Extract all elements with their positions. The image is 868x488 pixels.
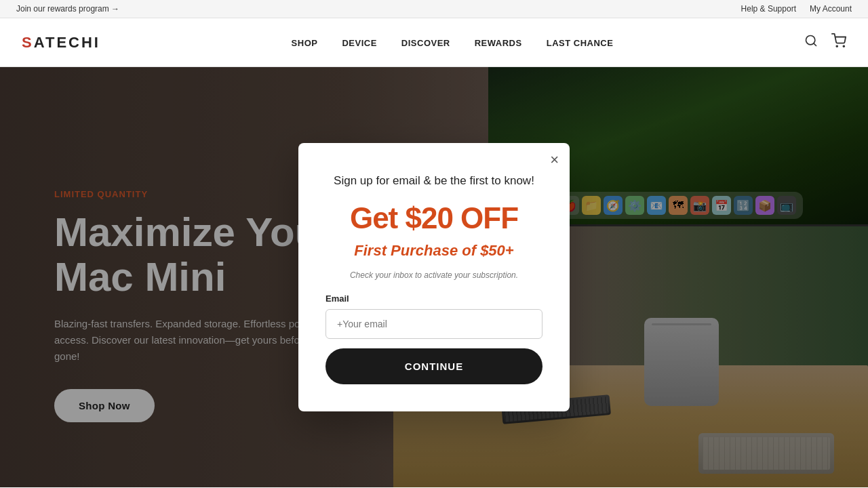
rewards-link[interactable]: Join our rewards program → bbox=[16, 4, 119, 14]
svg-point-3 bbox=[843, 45, 844, 47]
continue-button[interactable]: CONTINUE bbox=[326, 348, 542, 384]
navbar: SATECHI SHOP DEVICE DISCOVER REWARDS LAS… bbox=[0, 18, 868, 67]
cart-icon[interactable] bbox=[831, 33, 846, 52]
top-bar-right: Help & Support My Account bbox=[741, 4, 852, 14]
nav-link-shop[interactable]: SHOP bbox=[292, 38, 318, 48]
logo[interactable]: SATECHI bbox=[22, 34, 100, 52]
modal-close-button[interactable]: × bbox=[550, 152, 559, 167]
email-signup-modal: × Sign up for email & be the first to kn… bbox=[298, 143, 570, 411]
svg-point-2 bbox=[836, 45, 837, 47]
email-label: Email bbox=[326, 293, 542, 304]
modal-overlay: × Sign up for email & be the first to kn… bbox=[0, 67, 868, 487]
modal-purchase-threshold: First Purchase of $50+ bbox=[326, 242, 542, 260]
modal-discount: Get $20 OFF bbox=[326, 201, 542, 235]
modal-subtitle: Sign up for email & be the first to know… bbox=[326, 173, 542, 189]
nav-item-device[interactable]: DEVICE bbox=[342, 37, 376, 49]
nav-link-discover[interactable]: DISCOVER bbox=[401, 38, 450, 48]
nav-link-rewards[interactable]: REWARDS bbox=[475, 38, 522, 48]
logo-s: S bbox=[22, 34, 34, 51]
nav-icons bbox=[804, 33, 846, 52]
help-support-link[interactable]: Help & Support bbox=[741, 4, 796, 14]
rewards-link-wrapper[interactable]: Join our rewards program → bbox=[16, 4, 119, 14]
nav-links: SHOP DEVICE DISCOVER REWARDS LAST CHANCE bbox=[292, 37, 614, 49]
nav-item-rewards[interactable]: REWARDS bbox=[475, 37, 522, 49]
hero-section: 🍎 📁 🧭 ⚙️ 📧 🗺 📸 📅 🔢 📦 📺 LIMITED QUANTITY … bbox=[0, 67, 868, 487]
email-input[interactable] bbox=[326, 309, 542, 339]
svg-line-1 bbox=[814, 43, 816, 46]
nav-item-shop[interactable]: SHOP bbox=[292, 37, 318, 49]
account-link[interactable]: My Account bbox=[810, 4, 852, 14]
logo-text: ATECHI bbox=[34, 34, 100, 51]
nav-link-last-chance[interactable]: LAST CHANCE bbox=[547, 38, 614, 48]
nav-item-discover[interactable]: DISCOVER bbox=[401, 37, 450, 49]
modal-note: Check your inbox to activate your subscr… bbox=[326, 270, 542, 280]
top-bar: Join our rewards program → Help & Suppor… bbox=[0, 0, 868, 18]
search-icon[interactable] bbox=[804, 34, 818, 51]
nav-link-device[interactable]: DEVICE bbox=[342, 38, 376, 48]
nav-item-last-chance[interactable]: LAST CHANCE bbox=[547, 37, 614, 49]
